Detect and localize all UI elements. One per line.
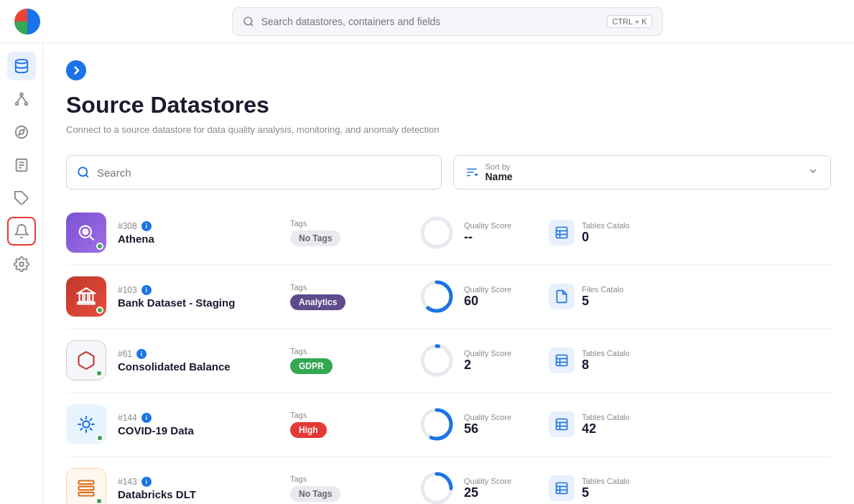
topbar: CTRL + K [0,0,854,43]
sidebar-item-tasks[interactable] [7,151,36,179]
main-layout: Source Datastores Connect to a source da… [0,43,854,504]
svg-point-4 [15,103,18,106]
datastore-icon-wrap [66,276,106,317]
datastore-number: #308 i [118,221,290,231]
search-icon [243,16,254,27]
tag-badge[interactable]: Analytics [290,294,345,310]
datastore-row[interactable]: #61 i Consolidated Balance Tags GDPR Qua… [66,329,831,393]
content-area: Source Datastores Connect to a source da… [43,43,854,504]
datastore-catalog: Tables Catalo 5 [549,475,649,501]
quality-score-value: -- [464,230,511,245]
datastore-info: #144 i COVID-19 Data [118,413,290,437]
datastore-quality: Quality Score 60 [419,279,549,314]
svg-marker-9 [19,129,24,135]
datastore-number: #143 i [118,477,290,487]
quality-ring-svg [419,407,454,442]
catalog-info: Tables Catalo 42 [582,413,630,437]
svg-marker-36 [78,288,94,293]
tasks-icon [14,157,29,173]
quality-info: Quality Score 2 [464,349,511,373]
sidebar-item-topology[interactable] [7,85,36,113]
svg-rect-60 [79,481,94,485]
sidebar [0,43,43,504]
tag-badge[interactable]: No Tags [290,486,340,502]
datastore-catalog: Tables Catalo 42 [549,411,649,437]
search-icon-toolbar [77,166,90,179]
svg-rect-61 [79,487,94,490]
svg-rect-56 [557,419,567,430]
quality-score-label: Quality Score [464,221,511,230]
quality-ring-svg [419,471,454,504]
svg-rect-32 [80,293,83,302]
svg-point-26 [85,231,86,233]
datastore-catalog: Files Catalo 5 [549,284,649,309]
info-icon: i [136,349,147,359]
catalog-value: 0 [582,230,630,245]
quality-info: Quality Score 60 [464,285,511,309]
datastore-search-input[interactable] [97,167,431,179]
svg-rect-28 [557,228,567,238]
datastore-name: Databricks DLT [118,488,290,500]
datastore-icon-wrap [66,404,106,444]
datastore-info: #143 i Databricks DLT [118,477,290,500]
quality-info: Quality Score -- [464,221,511,245]
sidebar-item-settings[interactable] [7,250,36,279]
sort-select[interactable]: Sort by Name [453,155,832,190]
datastore-quality: Quality Score 56 [419,407,549,442]
status-dot [96,370,103,377]
global-search-input[interactable] [261,16,600,27]
datastore-row[interactable]: #103 i Bank Dataset - Staging Tags Analy… [66,265,831,329]
sort-chevron-icon [807,165,819,179]
svg-line-7 [22,95,26,102]
tag-badge[interactable]: GDPR [290,358,333,374]
quality-info: Quality Score 56 [464,413,511,437]
datastore-row[interactable]: #144 i COVID-19 Data Tags High Quality S… [66,393,831,457]
quality-score-label: Quality Score [464,413,511,421]
toolbar: Sort by Name [66,155,831,190]
global-search-bar[interactable]: CTRL + K [232,7,663,36]
quality-ring [419,215,454,250]
status-dot [96,243,103,250]
catalog-value: 5 [582,485,630,500]
svg-rect-62 [79,493,94,496]
svg-rect-34 [90,293,93,302]
sidebar-item-explore[interactable] [7,118,36,146]
sidebar-item-tags[interactable] [7,184,36,213]
app-logo[interactable] [14,9,40,34]
datastore-row[interactable]: #308 i Athena Tags No Tags Quality Score… [66,201,831,265]
info-icon: i [141,285,152,295]
datastore-name: Bank Dataset - Staging [118,297,290,309]
quality-ring-svg [419,279,454,314]
datastore-search-wrap[interactable] [66,155,442,190]
datastore-icon-wrap [66,340,106,381]
sidebar-item-notifications[interactable] [7,217,36,246]
quality-score-value: 2 [464,358,511,373]
quality-ring-svg [419,343,454,378]
info-icon: i [141,477,152,487]
svg-line-1 [251,24,253,26]
quality-score-value: 56 [464,421,511,437]
expand-button[interactable] [66,60,86,80]
datastore-name: Athena [118,233,290,245]
svg-point-27 [422,218,451,247]
svg-point-16 [19,262,24,266]
catalog-value: 42 [582,421,630,437]
datastore-quality: Quality Score 25 [419,471,549,504]
svg-line-25 [90,236,93,240]
catalog-value: 8 [582,358,630,373]
tag-badge[interactable]: No Tags [290,230,340,246]
datastore-info: #61 i Consolidated Balance [118,349,290,373]
catalog-icon [549,284,575,309]
sidebar-item-datastores[interactable] [7,52,36,80]
datastore-name: COVID-19 Data [118,424,290,437]
tag-badge[interactable]: High [290,422,327,438]
quality-score-value: 25 [464,485,511,500]
quality-ring-svg [419,215,454,250]
tag-icon [14,190,29,206]
catalog-label: Tables Catalo [582,477,630,485]
sort-by-label: Sort by [486,162,513,171]
svg-rect-33 [85,293,88,302]
datastore-row[interactable]: #143 i Databricks DLT Tags No Tags Quali… [66,457,831,504]
page-subtitle: Connect to a source datastore for data q… [66,124,831,135]
info-icon: i [141,413,152,423]
